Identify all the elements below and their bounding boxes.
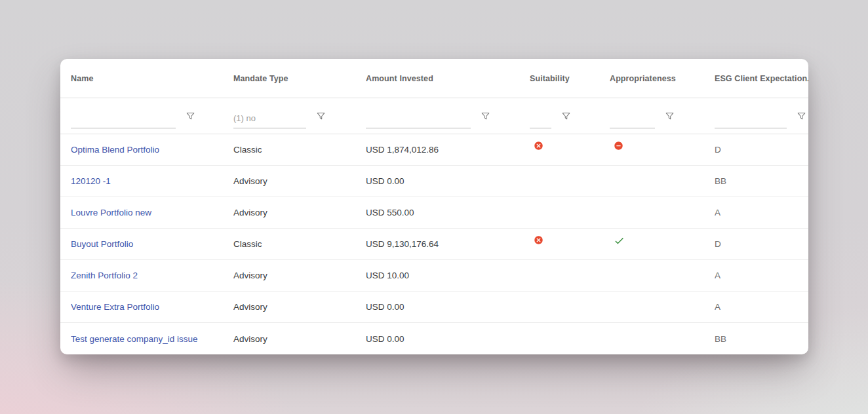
amount-invested-cell: USD 10.00	[366, 271, 530, 280]
filter-icon[interactable]	[796, 111, 807, 122]
suitability-cell	[530, 134, 610, 153]
amount-invested-cell: USD 0.00	[366, 334, 530, 344]
appropriateness-cell	[610, 323, 715, 329]
column-header-name[interactable]: Name	[71, 74, 233, 83]
filter-icon[interactable]	[480, 111, 491, 122]
mandate-type-cell: Advisory	[233, 334, 366, 344]
portfolio-name-cell: 120120 -1	[71, 176, 233, 186]
esg-rating-cell: D	[715, 239, 808, 249]
name-filter-cell	[71, 98, 233, 134]
portfolio-name-cell: Venture Extra Portfolio	[71, 302, 233, 312]
table-row[interactable]: Zenith Portfolio 2AdvisoryUSD 10.00A	[60, 260, 808, 292]
blocked-icon	[614, 143, 623, 153]
appropriateness-cell	[610, 229, 715, 248]
column-header-amount-invested[interactable]: Amount Invested	[366, 74, 530, 83]
mandate-type-cell: Classic	[233, 239, 366, 249]
table-row[interactable]: Buyout PortfolioClassicUSD 9,130,176.64D	[60, 229, 808, 260]
amount-invested-cell: USD 0.00	[366, 302, 530, 312]
portfolio-name-cell: Buyout Portfolio	[71, 239, 233, 249]
suitability-filter-cell	[530, 98, 610, 134]
esg-rating-cell: BB	[715, 334, 808, 344]
portfolio-name-link[interactable]: Louvre Portfolio new	[71, 208, 151, 217]
column-header-mandate-type[interactable]: Mandate Type	[233, 74, 366, 83]
amount-invested-filter-input[interactable]	[366, 111, 471, 128]
portfolio-name-cell: Zenith Portfolio 2	[71, 271, 233, 280]
table-row[interactable]: Optima Blend PortfolioClassicUSD 1,874,0…	[60, 134, 808, 166]
amount-invested-cell: USD 9,130,176.64	[366, 239, 530, 249]
check-icon	[614, 238, 625, 248]
column-header-suitability[interactable]: Suitability	[530, 74, 610, 83]
suitability-cell	[530, 323, 610, 329]
portfolio-name-cell: Optima Blend Portfolio	[71, 145, 233, 155]
suitability-cell	[530, 166, 610, 172]
portfolio-name-link[interactable]: Zenith Portfolio 2	[71, 271, 138, 280]
portfolios-table-card: Name Mandate Type Amount Invested Suitab…	[60, 59, 808, 354]
esg-rating-cell: BB	[715, 176, 808, 186]
mandate-type-cell: Classic	[233, 145, 366, 155]
mandate-type-cell: Advisory	[233, 208, 366, 217]
table-filter-row	[60, 98, 808, 134]
suitability-cell	[530, 197, 610, 204]
mandate-type-cell: Advisory	[233, 176, 366, 186]
filter-icon[interactable]	[664, 111, 675, 122]
mandate-type-filter-cell	[233, 98, 366, 134]
column-header-esg[interactable]: ESG Client Expectation...	[715, 74, 808, 83]
cancel-icon	[534, 143, 543, 153]
esg-rating-cell: A	[715, 302, 808, 312]
portfolio-name-link[interactable]: Buyout Portfolio	[71, 239, 133, 249]
appropriateness-cell	[610, 292, 715, 298]
table-row[interactable]: 120120 -1AdvisoryUSD 0.00BB	[60, 166, 808, 197]
table-row[interactable]: Venture Extra PortfolioAdvisoryUSD 0.00A	[60, 292, 808, 323]
appropriateness-cell	[610, 166, 715, 172]
appropriateness-filter-cell	[610, 98, 715, 134]
esg-rating-cell: A	[715, 271, 808, 280]
filter-icon[interactable]	[185, 111, 196, 122]
portfolio-name-link[interactable]: Optima Blend Portfolio	[71, 145, 159, 155]
portfolio-name-cell: Test generate company_id issue	[71, 334, 233, 344]
appropriateness-cell	[610, 260, 715, 267]
portfolio-name-link[interactable]: 120120 -1	[71, 176, 111, 186]
amount-invested-cell: USD 0.00	[366, 176, 530, 186]
column-header-appropriateness[interactable]: Appropriateness	[610, 74, 715, 83]
mandate-type-cell: Advisory	[233, 271, 366, 280]
appropriateness-cell	[610, 197, 715, 204]
portfolio-name-cell: Louvre Portfolio new	[71, 208, 233, 217]
esg-rating-cell: D	[715, 145, 808, 155]
table-header-row: Name Mandate Type Amount Invested Suitab…	[60, 59, 808, 98]
table-row[interactable]: Test generate company_id issueAdvisoryUS…	[60, 323, 808, 354]
filter-icon[interactable]	[561, 111, 572, 122]
esg-filter-input[interactable]	[715, 111, 787, 128]
appropriateness-cell	[610, 134, 715, 153]
suitability-cell	[530, 229, 610, 247]
table-row[interactable]: Louvre Portfolio newAdvisoryUSD 550.00A	[60, 197, 808, 229]
suitability-filter-input[interactable]	[530, 111, 551, 128]
esg-rating-cell: A	[715, 208, 808, 217]
amount-invested-cell: USD 550.00	[366, 208, 530, 217]
suitability-cell	[530, 260, 610, 267]
cancel-icon	[534, 237, 543, 247]
table-body: Optima Blend PortfolioClassicUSD 1,874,0…	[60, 134, 808, 354]
portfolio-name-link[interactable]: Venture Extra Portfolio	[71, 302, 159, 312]
amount-invested-cell: USD 1,874,012.86	[366, 145, 530, 155]
portfolio-name-link[interactable]: Test generate company_id issue	[71, 334, 198, 344]
mandate-type-cell: Advisory	[233, 302, 366, 312]
name-filter-input[interactable]	[71, 111, 176, 128]
filter-icon[interactable]	[315, 111, 326, 122]
esg-filter-cell	[715, 98, 808, 134]
suitability-cell	[530, 292, 610, 298]
mandate-type-filter-input[interactable]	[233, 111, 306, 128]
appropriateness-filter-input[interactable]	[610, 111, 655, 128]
amount-invested-filter-cell	[366, 98, 530, 134]
